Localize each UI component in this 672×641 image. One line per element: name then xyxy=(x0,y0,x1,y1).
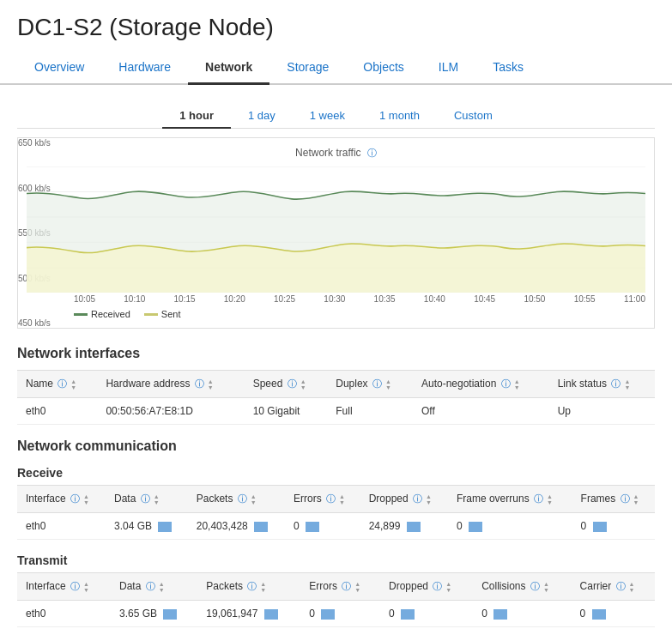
recv-pkt-info[interactable]: ⓘ xyxy=(238,493,247,504)
x-label-10: 10:50 xyxy=(524,294,545,304)
tx-cell-data: 3.65 GB xyxy=(111,601,197,627)
recv-pkt-sort[interactable] xyxy=(251,493,257,505)
tx-col-bar[interactable] xyxy=(493,609,507,620)
col-hardware: Hardware address ⓘ xyxy=(97,371,244,398)
time-tab-1week[interactable]: 1 week xyxy=(293,104,362,129)
recv-data-info[interactable]: ⓘ xyxy=(141,493,150,504)
receive-title: Receive xyxy=(17,466,655,480)
receive-header-row: Interface ⓘ Data ⓘ Packets ⓘ Errors ⓘ Dr… xyxy=(17,486,655,513)
x-label-12: 11:00 xyxy=(624,294,645,304)
tx-if-info[interactable]: ⓘ xyxy=(70,581,80,591)
tab-objects[interactable]: Objects xyxy=(346,51,421,85)
tx-pkt-bar[interactable] xyxy=(264,609,278,620)
tab-tasks[interactable]: Tasks xyxy=(475,51,541,85)
tx-if-sort[interactable] xyxy=(83,581,89,593)
table-row: eth0 00:50:56:A7:E8:1D 10 Gigabit Full O… xyxy=(17,398,655,425)
tx-err-sort[interactable] xyxy=(354,581,360,593)
x-label-2: 10:10 xyxy=(124,294,145,304)
main-tabs: Overview Hardware Network Storage Object… xyxy=(0,51,672,85)
tx-pkt-info[interactable]: ⓘ xyxy=(247,581,257,591)
recv-data-bar[interactable] xyxy=(158,522,172,532)
col-duplex: Duplex ⓘ xyxy=(327,371,413,398)
tx-col-carrier: Carrier ⓘ xyxy=(572,573,655,601)
recv-frm-info[interactable]: ⓘ xyxy=(621,493,630,504)
time-tab-1month[interactable]: 1 month xyxy=(362,104,437,129)
tx-car-bar[interactable] xyxy=(592,609,606,620)
recv-cell-data: 3.04 GB xyxy=(106,513,188,540)
hw-sort[interactable] xyxy=(208,378,214,390)
x-label-6: 10:30 xyxy=(324,294,345,304)
tab-storage[interactable]: Storage xyxy=(269,51,346,85)
recv-drop-bar[interactable] xyxy=(407,522,421,532)
duplex-info-icon[interactable]: ⓘ xyxy=(372,378,382,389)
recv-ovr-sort[interactable] xyxy=(547,493,553,505)
tab-network[interactable]: Network xyxy=(188,51,269,85)
table-row: eth0 3.04 GB 20,403,428 0 24,899 0 0 xyxy=(17,513,655,540)
chart-info-icon[interactable]: ⓘ xyxy=(367,148,377,158)
x-label-8: 10:40 xyxy=(424,294,445,304)
tx-data-sort[interactable] xyxy=(159,581,165,593)
chart-with-axis: 650 kb/s 600 kb/s 550 kb/s 500 kb/s 450 … xyxy=(27,166,645,293)
recv-col-packets: Packets ⓘ xyxy=(188,486,285,513)
network-interfaces-table: Name ⓘ Hardware address ⓘ Speed ⓘ Duplex… xyxy=(17,370,655,425)
recv-drop-info[interactable]: ⓘ xyxy=(413,493,422,504)
tab-overview[interactable]: Overview xyxy=(17,51,101,85)
chart-svg xyxy=(27,166,645,293)
legend-sent-label: Sent xyxy=(161,309,181,319)
recv-ovr-info[interactable]: ⓘ xyxy=(534,493,543,504)
content-area: 1 hour 1 day 1 week 1 month Custom Netwo… xyxy=(0,85,672,641)
name-sort[interactable] xyxy=(70,378,76,390)
speed-sort[interactable] xyxy=(300,378,306,390)
time-tab-1day[interactable]: 1 day xyxy=(231,104,293,129)
tx-drop-sort[interactable] xyxy=(445,581,451,593)
network-interfaces-title: Network interfaces xyxy=(17,346,655,361)
tx-drop-bar[interactable] xyxy=(401,609,415,620)
tx-err-info[interactable]: ⓘ xyxy=(342,581,351,591)
tx-col-info[interactable]: ⓘ xyxy=(530,581,540,591)
tx-drop-info[interactable]: ⓘ xyxy=(433,581,442,591)
tx-data-info[interactable]: ⓘ xyxy=(146,581,155,591)
speed-info-icon[interactable]: ⓘ xyxy=(288,378,297,389)
recv-frm-sort[interactable] xyxy=(633,493,639,505)
recv-drop-sort[interactable] xyxy=(426,493,432,505)
tx-car-info[interactable]: ⓘ xyxy=(616,581,626,591)
chart-plot xyxy=(27,166,645,293)
transmit-table-section: Interface ⓘ Data ⓘ Packets ⓘ Errors ⓘ Dr… xyxy=(17,572,655,627)
cell-auto: Off xyxy=(413,398,549,425)
time-tabs: 1 hour 1 day 1 week 1 month Custom xyxy=(17,104,655,129)
recv-err-bar[interactable] xyxy=(306,522,319,532)
recv-if-sort[interactable] xyxy=(83,493,89,505)
col-link: Link status ⓘ xyxy=(549,371,655,398)
link-sort[interactable] xyxy=(624,378,630,390)
tx-col-sort[interactable] xyxy=(543,581,549,593)
hw-info-icon[interactable]: ⓘ xyxy=(195,378,204,389)
tx-car-sort[interactable] xyxy=(629,581,635,593)
recv-err-info[interactable]: ⓘ xyxy=(326,493,336,504)
col-name: Name ⓘ xyxy=(17,371,97,398)
tab-hardware[interactable]: Hardware xyxy=(101,51,188,85)
cell-name: eth0 xyxy=(17,398,97,425)
recv-pkt-bar[interactable] xyxy=(254,522,268,532)
link-info-icon[interactable]: ⓘ xyxy=(611,378,621,389)
y-label-1: 650 kb/s xyxy=(18,138,62,148)
tx-pkt-sort[interactable] xyxy=(260,581,266,593)
name-info-icon[interactable]: ⓘ xyxy=(58,378,67,389)
time-tab-1hour[interactable]: 1 hour xyxy=(162,104,231,129)
x-label-3: 10:15 xyxy=(174,294,196,304)
time-tab-custom[interactable]: Custom xyxy=(437,104,510,129)
tx-err-bar[interactable] xyxy=(321,609,335,620)
duplex-sort[interactable] xyxy=(385,378,391,390)
recv-err-sort[interactable] xyxy=(339,493,345,505)
legend-received-label: Received xyxy=(91,309,130,319)
recv-frm-bar[interactable] xyxy=(593,522,607,532)
tx-data-bar[interactable] xyxy=(163,609,177,620)
recv-if-info[interactable]: ⓘ xyxy=(70,493,80,504)
recv-ovr-bar[interactable] xyxy=(469,522,482,532)
recv-cell-frames: 0 xyxy=(572,513,655,540)
cell-duplex: Full xyxy=(327,398,413,425)
auto-info-icon[interactable]: ⓘ xyxy=(501,378,511,389)
tab-ilm[interactable]: ILM xyxy=(421,51,475,85)
recv-cell-interface: eth0 xyxy=(17,513,106,540)
auto-sort[interactable] xyxy=(514,378,520,390)
recv-data-sort[interactable] xyxy=(154,493,160,505)
